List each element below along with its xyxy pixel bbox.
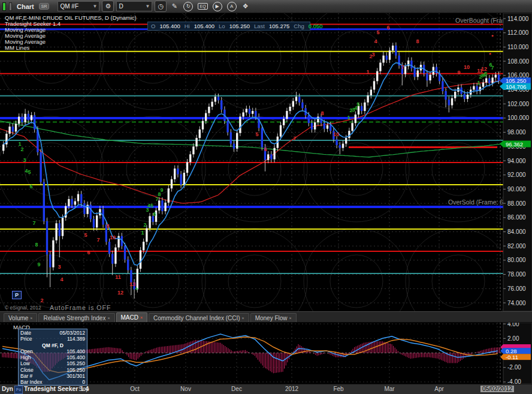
dw-high-label: High xyxy=(20,354,31,360)
close-icon[interactable]: × xyxy=(140,315,143,320)
chart-window: Chart SR QM #F▼ ⚙ D▼ ◷ ✎ ↻ EQ ▶ A ❖ Over… xyxy=(0,0,532,394)
study-tab-bar: Volume× Relative Strength Index× MACD× C… xyxy=(0,311,532,323)
time-axis-label: Feb xyxy=(333,386,343,392)
time-axis-label: Mar xyxy=(384,386,394,392)
svg-text:74.000: 74.000 xyxy=(507,300,526,306)
svg-text:OverSold (Frame: 64: OverSold (Frame: 64 xyxy=(448,198,507,206)
low-label: Lo xyxy=(219,23,225,29)
svg-text:+: + xyxy=(135,286,138,292)
tab-rsi[interactable]: Relative Strength Index× xyxy=(38,313,114,322)
svg-text:6: 6 xyxy=(386,25,389,31)
dw-date-value: 05/03/2012 xyxy=(59,330,85,336)
svg-text:6: 6 xyxy=(153,211,156,217)
svg-text:6: 6 xyxy=(87,249,90,255)
svg-text:5: 5 xyxy=(484,71,487,77)
svg-text:114.000: 114.000 xyxy=(507,16,529,22)
svg-text:5: 5 xyxy=(376,29,379,35)
dw-low-label: Low xyxy=(20,360,30,366)
auto-icon[interactable]: A xyxy=(227,2,237,11)
tab-moneyflow[interactable]: Money Flow× xyxy=(250,313,297,322)
svg-text:7: 7 xyxy=(96,237,99,243)
svg-text:1: 1 xyxy=(347,115,350,121)
svg-text:-4.00: -4.00 xyxy=(507,378,521,384)
tab-cci[interactable]: Commodity Channel Index (CCI)× xyxy=(149,313,249,322)
dynamic-mode-label: Dyn xyxy=(2,386,13,392)
svg-text:84.000: 84.000 xyxy=(507,228,526,235)
svg-text:90.000: 90.000 xyxy=(507,186,526,193)
seeker-tab-icon[interactable]: Fo xyxy=(14,386,23,394)
svg-text:92.000: 92.000 xyxy=(507,172,526,178)
svg-text:9: 9 xyxy=(160,187,163,193)
svg-text:1: 1 xyxy=(477,80,480,86)
dw-low-value: 105.250 xyxy=(66,360,85,366)
time-axis-label: Nov xyxy=(180,386,191,392)
tab-macd[interactable]: MACD× xyxy=(116,312,148,322)
svg-text:8: 8 xyxy=(416,38,419,44)
autoframe-status: AutoFrame is OFF xyxy=(50,304,111,311)
close-icon[interactable]: × xyxy=(107,316,110,320)
last-label: Last xyxy=(254,23,265,29)
svg-text:104.706: 104.706 xyxy=(506,83,526,90)
svg-text:1: 1 xyxy=(366,69,369,75)
toolbar: Chart SR QM #F▼ ⚙ D▼ ◷ ✎ ↻ EQ ▶ A ❖ xyxy=(0,0,532,13)
refresh-icon[interactable]: ↻ xyxy=(183,2,193,11)
chevron-down-icon: ▼ xyxy=(146,4,150,9)
svg-text:94.000: 94.000 xyxy=(507,158,526,164)
svg-text:2: 2 xyxy=(143,222,146,228)
open-value: 105.400 xyxy=(159,23,180,29)
svg-text:96.362: 96.362 xyxy=(506,141,523,148)
window-badge[interactable]: SR xyxy=(39,3,50,10)
quote-box-icon[interactable]: EQ xyxy=(198,3,207,10)
svg-text:10: 10 xyxy=(333,131,339,137)
svg-text:-0.11: -0.11 xyxy=(506,354,518,360)
eraser-icon[interactable]: ❖ xyxy=(240,1,251,11)
svg-text:5: 5 xyxy=(356,101,359,107)
time-axis-label: Oct xyxy=(130,386,140,392)
svg-text:6: 6 xyxy=(264,146,267,152)
study-label-mm[interactable]: MM Lines xyxy=(5,45,137,51)
quote-bar: O 105.400 Hi 105.400 Lo 105.250 Last 105… xyxy=(147,22,310,31)
last-value: 105.275 xyxy=(269,23,289,29)
interval-combo[interactable]: D▼ xyxy=(116,1,152,11)
svg-text:108.000: 108.000 xyxy=(507,58,530,65)
svg-text:5: 5 xyxy=(255,131,258,137)
svg-text:7: 7 xyxy=(293,136,296,142)
time-axis-label: 05/02/2012 xyxy=(480,386,514,392)
svg-text:98.000: 98.000 xyxy=(507,129,526,136)
pencil-icon[interactable]: ✎ xyxy=(169,1,180,11)
svg-text:8: 8 xyxy=(321,110,324,116)
main-price-chart[interactable]: OverBought (Frame: 64OverSold (Frame: 64… xyxy=(0,13,532,311)
svg-text:6: 6 xyxy=(29,184,32,190)
svg-text:11: 11 xyxy=(115,274,121,280)
dw-bar-label: Bar # xyxy=(20,373,32,379)
svg-text:2.00: 2.00 xyxy=(507,335,519,342)
dw-high-value: 105.400 xyxy=(66,354,85,360)
svg-text:5: 5 xyxy=(28,169,31,175)
gear-icon[interactable]: ⚙ xyxy=(102,1,114,12)
dw-open-value: 105.400 xyxy=(66,348,85,354)
svg-text:88.000: 88.000 xyxy=(507,200,526,207)
time-axis-label: 2012 xyxy=(285,386,298,392)
dw-baridx-value: 0 xyxy=(82,379,85,385)
svg-text:100.000: 100.000 xyxy=(507,115,530,121)
symbol-combo[interactable]: QM #F▼ xyxy=(58,1,99,11)
dw-close-label: Close xyxy=(20,367,34,373)
tab-volume[interactable]: Volume× xyxy=(4,313,37,322)
svg-text:10: 10 xyxy=(110,234,116,240)
svg-text:2: 2 xyxy=(20,146,23,152)
close-icon[interactable]: × xyxy=(289,316,292,320)
close-icon[interactable]: × xyxy=(242,316,244,320)
svg-text:3: 3 xyxy=(23,157,26,163)
low-value: 105.250 xyxy=(229,23,250,29)
connection-status-icon xyxy=(2,2,6,11)
data-window: Date05/03/2012 Price114.389 QM #F, D Ope… xyxy=(18,329,87,386)
svg-text:7: 7 xyxy=(401,64,404,70)
svg-text:*: * xyxy=(489,52,491,58)
svg-text:82.000: 82.000 xyxy=(507,243,526,249)
pointer-mode-badge[interactable]: P xyxy=(12,291,22,299)
dw-price-value: 114.389 xyxy=(67,336,85,342)
clock-icon[interactable]: ◷ xyxy=(155,1,167,12)
play-icon[interactable]: ▶ xyxy=(213,2,222,11)
close-icon[interactable]: × xyxy=(30,316,32,320)
time-axis-label: Dec xyxy=(231,386,242,392)
